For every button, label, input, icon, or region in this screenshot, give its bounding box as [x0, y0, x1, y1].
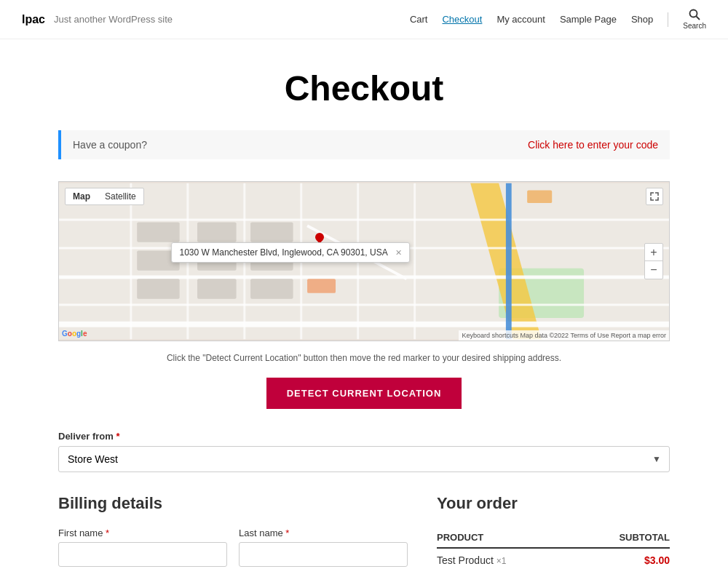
- site-header: lpac Just another WordPress site Cart Ch…: [0, 0, 728, 39]
- svg-rect-25: [197, 279, 237, 298]
- name-row: First name * Last name *: [58, 528, 408, 569]
- svg-rect-29: [506, 183, 512, 339]
- expand-icon: [650, 192, 659, 201]
- svg-rect-26: [250, 279, 293, 298]
- search-label: Search: [683, 22, 706, 30]
- nav-cart[interactable]: Cart: [410, 14, 428, 25]
- search-icon: [689, 9, 700, 20]
- svg-rect-27: [307, 279, 336, 293]
- order-col-subtotal: SUBTOTAL: [571, 528, 670, 548]
- map-expand-button[interactable]: [646, 188, 663, 205]
- page-title: Checkout: [15, 68, 713, 108]
- first-name-input[interactable]: [58, 542, 227, 567]
- map-popup-close[interactable]: ✕: [395, 248, 402, 257]
- svg-rect-11: [130, 183, 132, 339]
- deliver-from-section: Deliver from * Store West Store East Sto…: [58, 431, 670, 472]
- first-name-label: First name *: [58, 528, 227, 538]
- map-popup-address: 1030 W Manchester Blvd, Inglewood, CA 90…: [180, 247, 388, 258]
- svg-rect-9: [59, 303, 669, 306]
- deliver-from-label: Deliver from *: [58, 431, 670, 442]
- main-content: Have a coupon? Click here to enter your …: [36, 130, 692, 569]
- nav-checkout[interactable]: Checkout: [442, 14, 482, 25]
- svg-rect-6: [59, 219, 669, 221]
- nav-myaccount[interactable]: My account: [496, 14, 545, 25]
- map-zoom-out[interactable]: −: [645, 261, 662, 279]
- svg-rect-19: [197, 222, 237, 242]
- site-name[interactable]: lpac: [22, 13, 45, 26]
- map-tab-satellite[interactable]: Satellite: [98, 188, 143, 204]
- map-zoom-in[interactable]: +: [645, 244, 662, 261]
- svg-rect-18: [137, 222, 179, 242]
- order-item-price: $3.00: [571, 548, 670, 569]
- svg-rect-10: [59, 322, 669, 327]
- order-table: PRODUCT SUBTOTAL Test Product ×1 $3.00 S…: [437, 528, 670, 569]
- svg-rect-24: [137, 279, 179, 298]
- deliver-from-select[interactable]: Store West Store East Store North: [58, 446, 670, 472]
- order-item-qty: ×1: [496, 556, 507, 566]
- last-name-label: Last name *: [239, 528, 408, 538]
- svg-rect-8: [59, 275, 669, 279]
- order-item-row: Test Product ×1 $3.00: [437, 548, 670, 569]
- svg-rect-20: [250, 222, 293, 242]
- order-item-name: Test Product ×1: [437, 548, 571, 569]
- last-name-input[interactable]: [239, 542, 408, 567]
- coupon-link[interactable]: Click here to enter your code: [528, 139, 658, 151]
- map-container[interactable]: Map Satellite 1030 W Manchester Blvd, In…: [58, 181, 670, 341]
- svg-point-0: [690, 10, 697, 17]
- billing-title: Billing details: [58, 494, 408, 513]
- map-tab-map[interactable]: Map: [66, 188, 98, 204]
- checkout-columns: Billing details First name * Last name *…: [58, 494, 670, 569]
- map-zoom-controls: + −: [644, 243, 663, 279]
- detect-btn-wrapper: DETECT CURRENT LOCATION: [58, 378, 670, 409]
- map-popup: 1030 W Manchester Blvd, Inglewood, CA 90…: [172, 242, 411, 263]
- billing-section: Billing details First name * Last name *…: [58, 494, 408, 569]
- map-instruction: Click the "Detect Current Location" butt…: [58, 353, 670, 363]
- order-section: Your order PRODUCT SUBTOTAL Test Product…: [437, 494, 670, 569]
- last-name-field: Last name *: [239, 528, 408, 567]
- svg-rect-16: [414, 183, 416, 339]
- first-name-field: First name *: [58, 528, 227, 567]
- coupon-bar: Have a coupon? Click here to enter your …: [58, 130, 670, 159]
- nav-samplepage[interactable]: Sample Page: [560, 14, 617, 25]
- nav-divider: [668, 12, 668, 27]
- page-title-section: Checkout: [0, 39, 728, 130]
- svg-rect-28: [527, 191, 552, 204]
- order-title: Your order: [437, 494, 670, 513]
- site-tagline: Just another WordPress site: [54, 14, 173, 25]
- detect-location-button[interactable]: DETECT CURRENT LOCATION: [266, 378, 462, 409]
- map-attribution: Keyboard shortcuts Map data ©2022 Terms …: [459, 330, 669, 341]
- map-google-logo: Google: [62, 330, 87, 338]
- map-tabs: Map Satellite: [65, 188, 144, 205]
- coupon-text: Have a coupon?: [73, 139, 147, 151]
- search-button[interactable]: Search: [683, 9, 706, 30]
- deliver-from-select-wrapper: Store West Store East Store North ▼: [58, 446, 670, 472]
- map-section: Map Satellite 1030 W Manchester Blvd, In…: [58, 181, 670, 341]
- nav-shop[interactable]: Shop: [631, 14, 653, 25]
- order-col-product: PRODUCT: [437, 528, 571, 548]
- svg-line-1: [697, 17, 700, 20]
